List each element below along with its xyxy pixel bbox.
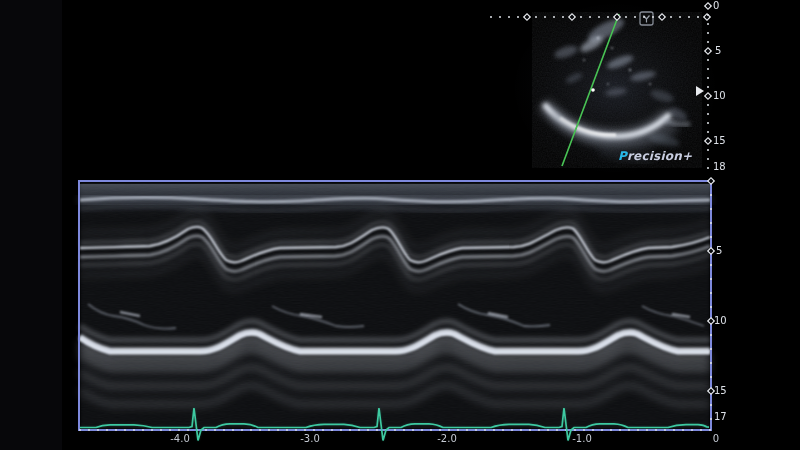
time-label-m4: -4.0 xyxy=(170,433,190,444)
depth-label-m-15: 15 xyxy=(714,385,727,396)
depth-label-2d-15: 15 xyxy=(713,135,726,146)
depth-label-m-5: 5 xyxy=(716,245,722,256)
mmode-sweep-area xyxy=(80,182,710,429)
depth-label-2d-0: 0 xyxy=(713,0,719,11)
depth-label-m-10: 10 xyxy=(714,315,727,326)
screen-canvas xyxy=(0,0,800,450)
time-label-0: 0 xyxy=(713,433,719,444)
background-strip xyxy=(0,0,62,450)
cursor-depth-dot xyxy=(591,88,595,92)
precision-rest: recision+ xyxy=(627,149,692,163)
precision-plus-badge: Precision+ xyxy=(618,149,692,163)
depth-label-2d-18: 18 xyxy=(713,161,726,172)
depth-label-m-17: 17 xyxy=(714,411,727,422)
time-label-m1: -1.0 xyxy=(572,433,592,444)
depth-label-2d-5: 5 xyxy=(715,45,721,56)
precision-prefix: P xyxy=(618,149,627,163)
depth-label-2d-10: 10 xyxy=(713,90,726,101)
ultrasound-screen: 0 5 10 15 18 5 10 15 17 -4.0 -3.0 -2.0 -… xyxy=(0,0,800,450)
time-label-m3: -3.0 xyxy=(300,433,320,444)
time-label-m2: -2.0 xyxy=(437,433,457,444)
thumbnail-2d-image xyxy=(515,4,715,172)
